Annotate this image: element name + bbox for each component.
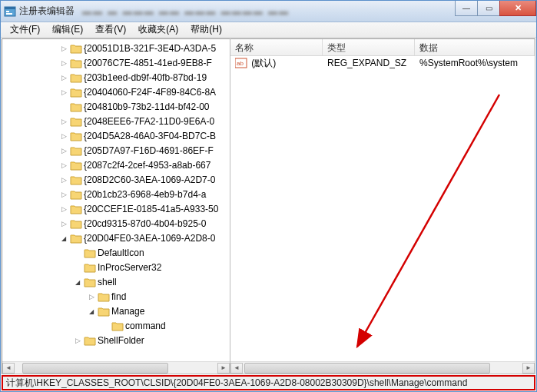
folder-icon: [98, 291, 110, 302]
titlebar[interactable]: 注册表编辑器 ▬▬ ▬ ▬▬▬ ▬▬ ▬▬▬ ▬▬▬▬ ▬▬ — ▭ ✕: [1, 1, 536, 22]
red-arrow-annotation: [230, 56, 535, 361]
expander-closed-icon[interactable]: [58, 204, 70, 213]
tree-node-label: {20CCEF1E-0185-41a5-A933-50: [84, 204, 218, 214]
list-row[interactable]: ab (默认) REG_EXPAND_SZ %SystemRoot%\syste…: [230, 56, 535, 70]
tree-node[interactable]: {208D2C60-3AEA-1069-A2D7-0: [2, 172, 230, 187]
folder-icon: [70, 160, 82, 171]
expander-open-icon[interactable]: [71, 277, 84, 286]
tree-node[interactable]: {2087c2f4-2cef-4953-a8ab-667: [2, 158, 230, 172]
folder-icon: [84, 247, 96, 258]
tree-node[interactable]: {203b1eed-db9f-40fb-87bd-19: [2, 70, 230, 85]
tree-node[interactable]: command: [2, 318, 230, 333]
menubar: 文件(F) 编辑(E) 查看(V) 收藏夹(A) 帮助(H): [1, 22, 536, 38]
tree-node-label: command: [125, 321, 166, 331]
scroll-thumb[interactable]: [244, 363, 490, 374]
close-button[interactable]: ✕: [499, 1, 536, 16]
expander-closed-icon[interactable]: [58, 146, 70, 154]
window-buttons: — ▭ ✕: [456, 1, 536, 16]
scroll-left-button[interactable]: ◄: [2, 363, 15, 374]
tree-node[interactable]: ShellFolder: [2, 333, 230, 347]
tree-node[interactable]: InProcServer32: [2, 260, 230, 274]
tree-node[interactable]: {205D7A97-F16D-4691-86EF-F: [2, 143, 230, 158]
tree-node[interactable]: {20076C7E-4851-41ed-9EB8-F: [2, 55, 230, 70]
tree-node-label: {203b1eed-db9f-40fb-87bd-19: [84, 72, 207, 83]
expander-closed-icon[interactable]: [58, 161, 70, 169]
expander-closed-icon[interactable]: [71, 336, 84, 344]
tree-node-label: find: [111, 291, 126, 302]
tree-node-label: DefaultIcon: [98, 247, 144, 258]
folder-icon: [70, 87, 82, 98]
tree-node-label: {20b1cb23-6968-4eb9-b7d4-a: [84, 189, 206, 200]
expander-closed-icon[interactable]: [58, 190, 70, 198]
expander-open-icon[interactable]: [58, 234, 70, 242]
list-body[interactable]: ab (默认) REG_EXPAND_SZ %SystemRoot%\syste…: [230, 56, 535, 361]
folder-icon: [70, 131, 82, 141]
expander-open-icon[interactable]: [85, 307, 98, 315]
col-name[interactable]: 名称: [230, 39, 323, 55]
expander-closed-icon[interactable]: [58, 44, 70, 52]
scroll-right-button[interactable]: ►: [522, 363, 535, 374]
tree-node[interactable]: {204D5A28-46A0-3F04-BD7C-B: [2, 128, 230, 143]
maximize-button[interactable]: ▭: [477, 1, 500, 16]
folder-icon: [70, 101, 82, 112]
tree-node[interactable]: find: [2, 289, 230, 304]
tree-hscroll[interactable]: ◄ ►: [2, 361, 230, 374]
expander-closed-icon[interactable]: [58, 175, 70, 184]
list-hscroll[interactable]: ◄ ►: [230, 361, 535, 374]
expander-closed-icon[interactable]: [58, 117, 70, 125]
tree-node-label: {2087c2f4-2cef-4953-a8ab-667: [84, 160, 210, 171]
tree-node-label: {204D5A28-46A0-3F04-BD7C-B: [84, 131, 216, 141]
tree-node[interactable]: {20051D1B-321F-3E4D-A3DA-5: [2, 41, 230, 55]
tree-node[interactable]: {204810b9-73b2-11d4-bf42-00: [2, 99, 230, 114]
tree-node-label: {205D7A97-F16D-4691-86EF-F: [84, 145, 214, 156]
tree-panel: {20051D1B-321F-3E4D-A3DA-5{20076C7E-4851…: [2, 38, 230, 374]
menu-favorites[interactable]: 收藏夹(A): [132, 22, 184, 38]
tree-node-label: {20051D1B-321F-3E4D-A3DA-5: [84, 43, 216, 54]
expander-closed-icon[interactable]: [58, 73, 70, 81]
menu-file[interactable]: 文件(F): [4, 22, 46, 38]
string-value-icon: ab: [235, 58, 247, 68]
minimize-button[interactable]: —: [455, 1, 478, 16]
expander-closed-icon[interactable]: [58, 131, 70, 140]
tree-node[interactable]: shell: [2, 274, 230, 289]
folder-icon: [70, 43, 82, 54]
scroll-left-button[interactable]: ◄: [230, 363, 243, 374]
tree-node-label: ShellFolder: [98, 335, 144, 346]
folder-icon: [70, 204, 82, 214]
list-panel: 名称 类型 数据 ab (默认) REG_EXPAND_SZ %SystemRo…: [230, 38, 535, 374]
menu-help[interactable]: 帮助(H): [184, 22, 228, 38]
col-type[interactable]: 类型: [323, 39, 415, 55]
folder-icon: [70, 58, 82, 68]
scroll-track[interactable]: [15, 363, 217, 374]
scroll-track[interactable]: [243, 363, 522, 374]
folder-icon: [70, 233, 82, 244]
folder-icon: [84, 335, 96, 346]
expander-closed-icon[interactable]: [85, 292, 98, 301]
scroll-right-button[interactable]: ►: [217, 363, 230, 374]
scroll-thumb[interactable]: [22, 363, 168, 374]
tree-node[interactable]: {20D04FE0-3AEA-1069-A2D8-0: [2, 231, 230, 245]
menu-view[interactable]: 查看(V): [89, 22, 132, 38]
tree-node[interactable]: {20CCEF1E-0185-41a5-A933-50: [2, 201, 230, 216]
tree-scroll[interactable]: {20051D1B-321F-3E4D-A3DA-5{20076C7E-4851…: [2, 39, 230, 361]
tree-node-label: {20cd9315-87d0-4b04-b925-0: [84, 218, 206, 229]
expander-closed-icon[interactable]: [58, 219, 70, 228]
tree-node[interactable]: DefaultIcon: [2, 245, 230, 260]
tree-node-label: InProcServer32: [98, 262, 161, 273]
tree-node[interactable]: {20b1cb23-6968-4eb9-b7d4-a: [2, 187, 230, 201]
tree-node[interactable]: {20cd9315-87d0-4b04-b925-0: [2, 216, 230, 231]
cell-name: ab (默认): [230, 57, 323, 70]
col-data[interactable]: 数据: [415, 39, 535, 55]
folder-icon: [70, 174, 82, 185]
expander-closed-icon[interactable]: [58, 88, 70, 96]
window-title: 注册表编辑器: [19, 5, 75, 18]
expander-closed-icon[interactable]: [58, 58, 70, 67]
menu-edit[interactable]: 编辑(E): [46, 22, 89, 38]
registry-editor-window: 注册表编辑器 ▬▬ ▬ ▬▬▬ ▬▬ ▬▬▬ ▬▬▬▬ ▬▬ — ▭ ✕ 文件(…: [0, 0, 537, 392]
tree-node[interactable]: {2048EEE6-7FA2-11D0-9E6A-0: [2, 114, 230, 128]
tree-node[interactable]: Manage: [2, 304, 230, 318]
app-icon: [4, 5, 16, 18]
tree-node[interactable]: {20404060-F24F-4F89-84C6-8A: [2, 85, 230, 99]
status-path: 计算机\HKEY_CLASSES_ROOT\CLSID\{20D04FE0-3A…: [6, 377, 467, 390]
svg-rect-3: [6, 13, 12, 15]
